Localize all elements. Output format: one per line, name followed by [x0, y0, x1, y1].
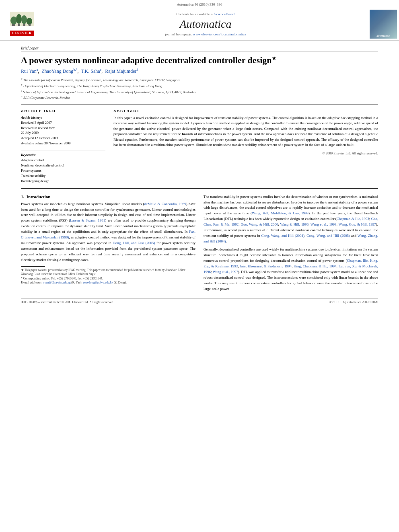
svg-point-2 — [10, 16, 17, 25]
title-divider — [21, 105, 378, 105]
article-info-abstract: ARTICLE INFO Article history: Received 3… — [21, 109, 378, 184]
paper-content: Brief paper A power system nonlinear ada… — [0, 41, 399, 310]
homepage-line: journal homepage: www.elsevier.com/locat… — [165, 32, 246, 36]
section-1-heading: 1. Introduction — [21, 194, 195, 199]
ref-wang1993: Wang, Hill, Middleton, & Cao, 1993 — [252, 211, 309, 215]
ref-wang1996: Wang & Hill, 1996 — [280, 222, 309, 226]
ref-chapman1993: Chapman & Ilic, 1993 — [337, 217, 369, 221]
section-1: 1. Introduction Power systems are modele… — [21, 194, 378, 294]
journal-title: Automatica — [179, 18, 231, 31]
ref-dong: Dong, Hill, and Guo (2005) — [113, 241, 155, 245]
abstract-header: ABSTRACT — [113, 109, 378, 113]
ref-wangetal1993: Wang et al., 1993 — [311, 222, 337, 226]
page-wrapper: Automatica 46 (2010) 330–336 — [0, 0, 399, 310]
history-online: Available online 30 November 2009 — [21, 141, 105, 146]
history-accepted: Accepted 12 October 2009 — [21, 136, 105, 141]
abstract-column: ABSTRACT In this paper, a novel excitati… — [113, 109, 378, 184]
article-history-label: Article history: — [21, 115, 105, 119]
body-col-right: The transient stability in power systems… — [204, 194, 378, 294]
ref-jain: Jain, Khorrami, & Fardanesh, 1994 — [240, 264, 292, 268]
footer-doi: doi:10.1016/j.automatica.2009.10.020 — [329, 300, 378, 304]
affiliation-d: d ABB Corporate Research, Sweden — [21, 94, 378, 101]
footnote-1: ★ This paper was not presented at any IF… — [21, 268, 195, 277]
author-majumder: Rajat Majumderd — [105, 68, 138, 74]
ref-fan: Fan, Ortmeyer, and Mukundan (1990) — [21, 230, 195, 239]
footer-copyright: 0005-1098/$ – see front matter © 2009 El… — [21, 300, 114, 304]
ref-wang1997: Wang, Guo, & Hill, 1997 — [339, 222, 376, 226]
ref-cong2004: Cong, Wang, and Hill (2004) — [261, 234, 304, 238]
footnote-2: * Corresponding author. Tel.: +852 27666… — [21, 277, 195, 281]
svg-rect-8 — [29, 24, 31, 26]
article-info-header: ARTICLE INFO — [21, 109, 105, 113]
keyword-1: Adaptive control — [21, 158, 105, 163]
automatica-thumbnail: automatica — [367, 8, 399, 40]
intro-para-right-2: Generally, decentralized controllers are… — [204, 247, 378, 292]
section-1-cols: 1. Introduction Power systems are modele… — [21, 194, 378, 294]
affiliations: a The Institute for Infocomm Research, A… — [21, 77, 378, 100]
sciencedirect-link[interactable]: ScienceDirect — [214, 12, 234, 16]
elsevier-tree-icon — [10, 12, 34, 30]
keyword-5: Backstepping design — [21, 179, 105, 184]
author-rui-yan: Rui Yana — [21, 68, 38, 74]
keyword-3: Power systems — [21, 168, 105, 173]
affiliation-a: a The Institute for Infocomm Research, A… — [21, 77, 378, 83]
bounds-word: bounds — [182, 132, 193, 136]
keywords-label: Keywords: — [21, 153, 105, 157]
ref-cong2005: Cong, Wang, and Hill (2005) — [306, 234, 350, 238]
keyword-4: Transient stability — [21, 174, 105, 179]
article-info-column: ARTICLE INFO Article history: Received 3… — [21, 109, 105, 184]
history-received: Received 3 April 2007 — [21, 121, 105, 125]
svg-rect-7 — [23, 24, 25, 26]
section-label: Brief paper — [21, 46, 378, 52]
email-rui-yan[interactable]: ryan@i2r.a-star.edu.sg — [43, 281, 71, 284]
footnote-divider — [21, 266, 45, 267]
intro-para-1: Power systems are modeled as large nonli… — [21, 201, 195, 263]
svg-point-3 — [16, 14, 22, 24]
keywords-section: Keywords: Adaptive control Nonlinear dec… — [21, 150, 105, 183]
affiliation-b: b Department of Electrical Engineering, … — [21, 83, 378, 89]
author-zhaoyang: ZhaoYang Dongb,* — [41, 68, 77, 74]
author-saha: T.K. Sahac — [81, 68, 101, 74]
svg-rect-6 — [18, 24, 20, 26]
ref-demello: deMello & Concordia, 1969 — [144, 202, 186, 206]
authors-line: Rui Yana, ZhaoYang Dongb,*, T.K. Sahac, … — [21, 68, 378, 74]
affiliation-c: c School of Information Technology and E… — [21, 89, 378, 95]
journal-header: Automatica 46 (2010) 330–336 — [0, 0, 399, 41]
keyword-2: Nonlinear decentralized control — [21, 163, 105, 168]
abstract-divider — [21, 188, 378, 189]
sciencedirect-line: Contents lists available at ScienceDirec… — [177, 12, 235, 16]
homepage-link[interactable]: www.elsevier.com/locate/automatica — [193, 32, 246, 36]
email-zdong[interactable]: eezydong@polyu.edu.hk — [83, 281, 113, 284]
thumb-title: automatica — [376, 34, 389, 37]
body-col-left: 1. Introduction Power systems are modele… — [21, 194, 195, 294]
abstract-text: In this paper, a novel excitation contro… — [113, 115, 378, 148]
ref-guo2000: Guo, Wang, & Hill, 2000 — [241, 222, 278, 226]
elsevier-logo: ELSEVIER — [0, 8, 44, 40]
ref-king: King, Chapman, & Ilic, 1994 — [294, 264, 337, 268]
paper-footer: 0005-1098/$ – see front matter © 2009 El… — [21, 298, 378, 304]
citation-line: Automatica 46 (2010) 330–336 — [0, 2, 399, 6]
elsevier-box: ELSEVIER — [10, 31, 34, 36]
svg-point-4 — [21, 15, 27, 24]
history-revised-date: 22 July 2009 — [21, 131, 105, 136]
ref-wangetal97: Wang et al., 1997 — [213, 270, 238, 274]
history-revised-label: Received in revised form — [21, 126, 105, 131]
copyright-line: © 2009 Elsevier Ltd. All rights reserved… — [113, 151, 378, 155]
paper-title: A power system nonlinear adaptive decent… — [21, 55, 378, 66]
intro-para-right-1: The transient stability in power systems… — [204, 194, 378, 244]
journal-center: Contents lists available at ScienceDirec… — [44, 8, 367, 40]
footnote-3: E-mail addresses: ryan@i2r.a-star.edu.sg… — [21, 281, 195, 285]
ref-larsen: Larsen & Swann, 1981 — [70, 218, 105, 222]
